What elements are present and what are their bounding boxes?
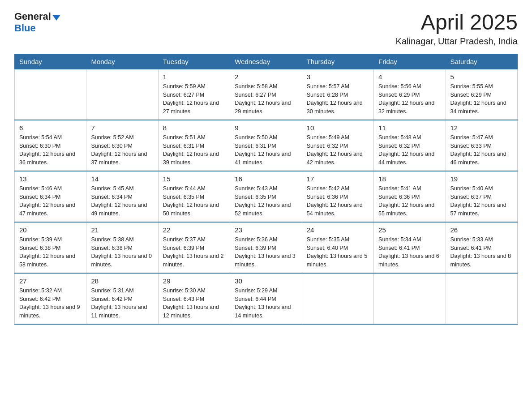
calendar-week-row: 1Sunrise: 5:59 AM Sunset: 6:27 PM Daylig… [15, 69, 518, 120]
calendar-header-thursday: Thursday [302, 54, 373, 69]
calendar-day-cell: 23Sunrise: 5:36 AM Sunset: 6:39 PM Dayli… [230, 222, 302, 273]
calendar-week-row: 6Sunrise: 5:54 AM Sunset: 6:30 PM Daylig… [15, 120, 518, 171]
day-number: 28 [91, 277, 153, 285]
day-number: 15 [163, 175, 225, 183]
day-info: Sunrise: 5:55 AM Sunset: 6:29 PM Dayligh… [450, 82, 513, 116]
calendar-day-cell: 2Sunrise: 5:58 AM Sunset: 6:27 PM Daylig… [230, 69, 302, 120]
day-info: Sunrise: 5:31 AM Sunset: 6:42 PM Dayligh… [91, 287, 153, 320]
day-info: Sunrise: 5:50 AM Sunset: 6:31 PM Dayligh… [235, 133, 297, 167]
day-info: Sunrise: 5:42 AM Sunset: 6:36 PM Dayligh… [307, 184, 369, 218]
day-number: 18 [378, 175, 441, 183]
day-info: Sunrise: 5:37 AM Sunset: 6:39 PM Dayligh… [163, 235, 225, 269]
calendar-day-cell: 25Sunrise: 5:34 AM Sunset: 6:41 PM Dayli… [374, 222, 446, 273]
day-number: 7 [91, 124, 153, 132]
logo-triangle-icon [52, 15, 60, 21]
calendar-day-cell: 4Sunrise: 5:56 AM Sunset: 6:29 PM Daylig… [374, 69, 446, 120]
page-header: General Blue April 2025 Kalinagar, Uttar… [14, 11, 518, 47]
calendar-day-cell: 15Sunrise: 5:44 AM Sunset: 6:35 PM Dayli… [158, 171, 230, 222]
logo-general-text: General [14, 11, 51, 22]
calendar-day-cell: 5Sunrise: 5:55 AM Sunset: 6:29 PM Daylig… [446, 69, 517, 120]
day-number: 10 [307, 124, 369, 132]
header-right: April 2025 Kalinagar, Uttar Pradesh, Ind… [396, 11, 518, 47]
day-info: Sunrise: 5:57 AM Sunset: 6:28 PM Dayligh… [307, 82, 369, 116]
day-number: 12 [450, 124, 513, 132]
day-info: Sunrise: 5:52 AM Sunset: 6:30 PM Dayligh… [91, 133, 153, 167]
calendar-header-row: SundayMondayTuesdayWednesdayThursdayFrid… [15, 54, 518, 69]
calendar-week-row: 27Sunrise: 5:32 AM Sunset: 6:42 PM Dayli… [15, 273, 518, 324]
calendar-header-sunday: Sunday [15, 54, 86, 69]
calendar-day-cell: 1Sunrise: 5:59 AM Sunset: 6:27 PM Daylig… [158, 69, 230, 120]
day-number: 2 [235, 73, 297, 81]
calendar-day-cell: 13Sunrise: 5:46 AM Sunset: 6:34 PM Dayli… [15, 171, 86, 222]
calendar-table: SundayMondayTuesdayWednesdayThursdayFrid… [14, 54, 518, 325]
day-number: 11 [378, 124, 441, 132]
day-info: Sunrise: 5:49 AM Sunset: 6:32 PM Dayligh… [307, 133, 369, 167]
day-info: Sunrise: 5:39 AM Sunset: 6:38 PM Dayligh… [19, 235, 82, 269]
day-info: Sunrise: 5:51 AM Sunset: 6:31 PM Dayligh… [163, 133, 225, 167]
day-info: Sunrise: 5:59 AM Sunset: 6:27 PM Dayligh… [163, 82, 225, 116]
day-number: 17 [307, 175, 369, 183]
calendar-week-row: 20Sunrise: 5:39 AM Sunset: 6:38 PM Dayli… [15, 222, 518, 273]
day-info: Sunrise: 5:58 AM Sunset: 6:27 PM Dayligh… [235, 82, 297, 116]
day-info: Sunrise: 5:44 AM Sunset: 6:35 PM Dayligh… [163, 184, 225, 218]
calendar-day-cell: 28Sunrise: 5:31 AM Sunset: 6:42 PM Dayli… [86, 273, 158, 324]
day-number: 1 [163, 73, 225, 81]
day-info: Sunrise: 5:30 AM Sunset: 6:43 PM Dayligh… [163, 287, 225, 320]
calendar-day-cell: 30Sunrise: 5:29 AM Sunset: 6:44 PM Dayli… [230, 273, 302, 324]
day-number: 25 [378, 226, 441, 234]
calendar-header-tuesday: Tuesday [158, 54, 230, 69]
calendar-day-cell: 3Sunrise: 5:57 AM Sunset: 6:28 PM Daylig… [302, 69, 373, 120]
calendar-day-cell: 24Sunrise: 5:35 AM Sunset: 6:40 PM Dayli… [302, 222, 373, 273]
calendar-header-saturday: Saturday [446, 54, 517, 69]
day-info: Sunrise: 5:48 AM Sunset: 6:32 PM Dayligh… [378, 133, 441, 167]
day-number: 9 [235, 124, 297, 132]
month-title: April 2025 [396, 11, 518, 34]
day-info: Sunrise: 5:56 AM Sunset: 6:29 PM Dayligh… [378, 82, 441, 116]
day-number: 4 [378, 73, 441, 81]
calendar-day-cell: 18Sunrise: 5:41 AM Sunset: 6:36 PM Dayli… [374, 171, 446, 222]
day-number: 13 [19, 175, 82, 183]
calendar-header-friday: Friday [374, 54, 446, 69]
calendar-day-cell [374, 273, 446, 324]
day-number: 30 [235, 277, 297, 285]
day-number: 8 [163, 124, 225, 132]
day-info: Sunrise: 5:34 AM Sunset: 6:41 PM Dayligh… [378, 235, 441, 269]
calendar-day-cell: 11Sunrise: 5:48 AM Sunset: 6:32 PM Dayli… [374, 120, 446, 171]
day-info: Sunrise: 5:46 AM Sunset: 6:34 PM Dayligh… [19, 184, 82, 218]
day-info: Sunrise: 5:47 AM Sunset: 6:33 PM Dayligh… [450, 133, 513, 167]
calendar-day-cell: 7Sunrise: 5:52 AM Sunset: 6:30 PM Daylig… [86, 120, 158, 171]
day-number: 24 [307, 226, 369, 234]
day-info: Sunrise: 5:29 AM Sunset: 6:44 PM Dayligh… [235, 287, 297, 320]
calendar-header-monday: Monday [86, 54, 158, 69]
day-number: 23 [235, 226, 297, 234]
day-info: Sunrise: 5:40 AM Sunset: 6:37 PM Dayligh… [450, 184, 513, 218]
day-number: 3 [307, 73, 369, 81]
calendar-day-cell [86, 69, 158, 120]
calendar-day-cell: 17Sunrise: 5:42 AM Sunset: 6:36 PM Dayli… [302, 171, 373, 222]
logo-blue-text: Blue [14, 22, 36, 34]
day-number: 26 [450, 226, 513, 234]
location-title: Kalinagar, Uttar Pradesh, India [396, 36, 518, 47]
day-info: Sunrise: 5:54 AM Sunset: 6:30 PM Dayligh… [19, 133, 82, 167]
day-number: 27 [19, 277, 82, 285]
calendar-day-cell [446, 273, 517, 324]
day-info: Sunrise: 5:36 AM Sunset: 6:39 PM Dayligh… [235, 235, 297, 269]
calendar-day-cell: 14Sunrise: 5:45 AM Sunset: 6:34 PM Dayli… [86, 171, 158, 222]
day-number: 22 [163, 226, 225, 234]
day-number: 6 [19, 124, 82, 132]
calendar-day-cell: 9Sunrise: 5:50 AM Sunset: 6:31 PM Daylig… [230, 120, 302, 171]
calendar-day-cell: 27Sunrise: 5:32 AM Sunset: 6:42 PM Dayli… [15, 273, 86, 324]
day-info: Sunrise: 5:43 AM Sunset: 6:35 PM Dayligh… [235, 184, 297, 218]
day-number: 16 [235, 175, 297, 183]
calendar-day-cell: 21Sunrise: 5:38 AM Sunset: 6:38 PM Dayli… [86, 222, 158, 273]
day-number: 21 [91, 226, 153, 234]
day-number: 14 [91, 175, 153, 183]
calendar-week-row: 13Sunrise: 5:46 AM Sunset: 6:34 PM Dayli… [15, 171, 518, 222]
day-number: 20 [19, 226, 82, 234]
calendar-day-cell: 8Sunrise: 5:51 AM Sunset: 6:31 PM Daylig… [158, 120, 230, 171]
calendar-day-cell: 20Sunrise: 5:39 AM Sunset: 6:38 PM Dayli… [15, 222, 86, 273]
calendar-day-cell [15, 69, 86, 120]
calendar-day-cell: 10Sunrise: 5:49 AM Sunset: 6:32 PM Dayli… [302, 120, 373, 171]
logo: General Blue [14, 11, 60, 34]
calendar-day-cell: 16Sunrise: 5:43 AM Sunset: 6:35 PM Dayli… [230, 171, 302, 222]
